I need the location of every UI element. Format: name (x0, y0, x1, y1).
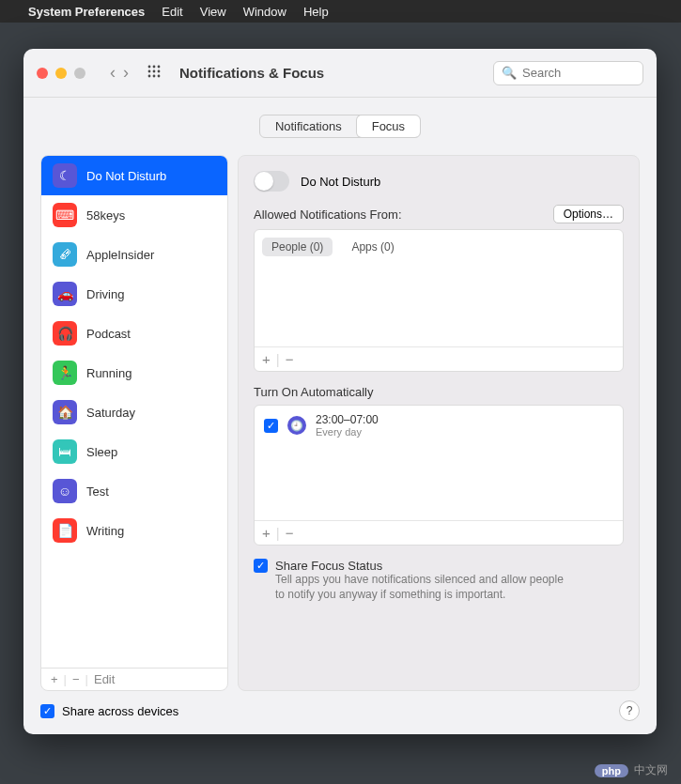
allowed-label: Allowed Notifications From: (254, 208, 402, 222)
search-icon: 🔍 (502, 66, 517, 80)
share-focus-desc: Tell apps you have notifications silence… (275, 573, 576, 602)
minimize-button[interactable] (55, 68, 67, 79)
sidebar-item-podcast[interactable]: 🎧Podcast (41, 314, 227, 353)
help-button[interactable]: ? (619, 700, 640, 721)
auto-label: Turn On Automatically (254, 385, 624, 399)
watermark: php 中文网 (595, 762, 668, 778)
share-devices-label: Share across devices (62, 704, 178, 718)
menubar-app-name[interactable]: System Preferences (28, 5, 145, 19)
sidebar-item-do-not-disturb[interactable]: ☾Do Not Disturb (41, 156, 227, 195)
share-focus-label: Share Focus Status (275, 559, 576, 573)
svg-point-0 (148, 66, 151, 69)
focus-sidebar: ☾Do Not Disturb⌨58keys🗞AppleInsider🚗Driv… (40, 155, 228, 691)
focus-icon: 🛏 (53, 439, 77, 464)
show-all-icon[interactable] (147, 65, 161, 81)
share-devices-checkbox[interactable]: ✓ (40, 704, 54, 718)
clock-icon: 🕘 (287, 416, 306, 435)
focus-icon: 🚗 (53, 282, 77, 306)
sidebar-item-label: 58keys (86, 208, 125, 223)
window-title: Notifications & Focus (179, 65, 324, 81)
sidebar-item-label: Writing (86, 524, 124, 538)
menu-help[interactable]: Help (303, 5, 329, 19)
watermark-badge: php (595, 764, 628, 777)
schedule-remove-button[interactable]: − (286, 525, 294, 541)
back-button[interactable]: ‹ (110, 63, 116, 83)
nav-arrows: ‹ › (110, 63, 129, 83)
sidebar-item-label: Podcast (86, 327, 131, 341)
svg-point-8 (158, 75, 161, 78)
svg-point-4 (153, 70, 156, 73)
menu-edit[interactable]: Edit (162, 5, 182, 19)
focus-icon: 📄 (53, 518, 77, 543)
sidebar-item-driving[interactable]: 🚗Driving (41, 274, 227, 314)
main-panel: Do Not Disturb Allowed Notifications Fro… (238, 155, 640, 691)
sidebar-item-running[interactable]: 🏃Running (41, 353, 227, 392)
svg-point-7 (153, 75, 156, 78)
focus-icon: 🏠 (53, 400, 77, 424)
sidebar-footer: + | − | Edit (41, 668, 227, 690)
sidebar-item-label: AppleInsider (86, 248, 154, 262)
sidebar-item-test[interactable]: ☺Test (41, 471, 227, 511)
allowed-remove-button[interactable]: − (286, 351, 294, 367)
sidebar-item-sleep[interactable]: 🛏Sleep (41, 432, 227, 471)
add-focus-button[interactable]: + (51, 672, 58, 686)
tab-focus[interactable]: Focus (357, 115, 420, 137)
svg-point-5 (158, 70, 161, 73)
schedule-repeat: Every day (316, 426, 379, 438)
titlebar: ‹ › Notifications & Focus 🔍 (23, 49, 657, 98)
dnd-toggle-label: Do Not Disturb (301, 175, 380, 189)
schedule-item[interactable]: ✓ 🕘 23:00–07:00 Every day (255, 406, 623, 445)
svg-point-2 (158, 66, 161, 69)
svg-point-6 (148, 75, 151, 78)
search-field-wrap[interactable]: 🔍 (493, 61, 643, 85)
preferences-window: ‹ › Notifications & Focus 🔍 Notification… (23, 49, 657, 734)
sidebar-item-writing[interactable]: 📄Writing (41, 511, 227, 550)
focus-icon: ⌨ (53, 203, 77, 227)
focus-icon: 🏃 (53, 361, 77, 385)
options-button[interactable]: Options… (553, 205, 624, 223)
dnd-toggle[interactable] (254, 171, 289, 192)
tabs: Notifications Focus (23, 115, 657, 138)
focus-icon: ☺ (53, 479, 77, 503)
focus-icon: 🗞 (53, 242, 77, 267)
sidebar-item-saturday[interactable]: 🏠Saturday (41, 392, 227, 432)
schedule-time: 23:00–07:00 (316, 413, 379, 426)
window-controls (37, 68, 85, 79)
svg-point-1 (153, 66, 156, 69)
sidebar-item-appleinsider[interactable]: 🗞AppleInsider (41, 235, 227, 274)
schedule-checkbox[interactable]: ✓ (264, 419, 278, 433)
close-button[interactable] (37, 68, 48, 79)
sidebar-item-label: Sleep (86, 445, 117, 459)
sidebar-item-label: Saturday (86, 406, 135, 420)
menu-view[interactable]: View (200, 5, 226, 19)
menubar: System Preferences Edit View Window Help (0, 0, 681, 23)
remove-focus-button[interactable]: − (72, 672, 80, 686)
allowed-tab-people[interactable]: People (0) (262, 238, 333, 256)
focus-icon: 🎧 (53, 321, 77, 346)
watermark-text: 中文网 (634, 762, 668, 778)
sidebar-item-label: Driving (86, 287, 124, 301)
window-footer: ✓ Share across devices ? (23, 691, 657, 734)
allowed-add-button[interactable]: + (262, 351, 271, 367)
allowed-list (255, 256, 623, 346)
tab-notifications[interactable]: Notifications (260, 115, 357, 137)
schedule-add-button[interactable]: + (262, 525, 271, 541)
sidebar-item-label: Running (86, 366, 132, 380)
svg-point-3 (148, 70, 151, 73)
forward-button[interactable]: › (123, 63, 129, 83)
allowed-tab-apps[interactable]: Apps (0) (342, 238, 403, 256)
sidebar-item-label: Do Not Disturb (86, 169, 166, 183)
zoom-button[interactable] (74, 68, 85, 79)
edit-focus-button[interactable]: Edit (94, 672, 115, 686)
sidebar-item-label: Test (86, 484, 109, 499)
sidebar-item-58keys[interactable]: ⌨58keys (41, 195, 227, 235)
focus-icon: ☾ (53, 163, 77, 188)
menu-window[interactable]: Window (243, 5, 286, 19)
search-input[interactable] (522, 66, 635, 80)
share-focus-checkbox[interactable]: ✓ (254, 559, 268, 573)
